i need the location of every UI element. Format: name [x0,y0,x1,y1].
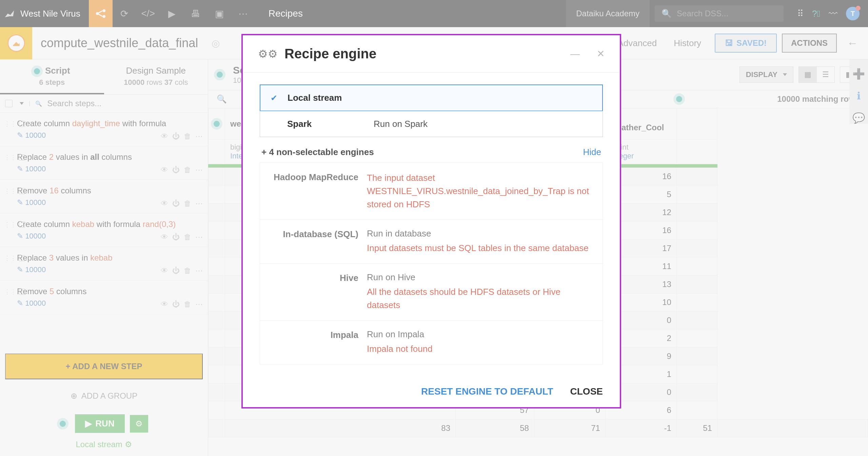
engine-desc: Run on Spark [374,119,428,129]
engine-name: In-database (SQL) [270,228,358,255]
engine-name: Spark [287,119,365,129]
engine-name: Hive [270,272,358,312]
engine-run-label: Run on Hive [367,272,592,283]
engine-name: Impala [270,329,358,356]
engine-option[interactable]: ✔ Local stream [260,84,603,111]
engine-disabled: Hadoop MapReduce The input dataset WESTN… [260,163,603,220]
engine-run-label: Run on Impala [367,329,592,340]
gears-icon: ⚙⚙ [258,48,278,60]
engine-disabled: Impala Run on Impala Impala not found [260,320,603,364]
engine-error: The input dataset WESTNILE_VIRUS.westnil… [367,171,592,211]
minimize-icon[interactable]: — [570,49,580,59]
engine-disabled: Hive Run on Hive All the datasets should… [260,263,603,321]
engine-error: All the datasets should be HDFS datasets… [367,285,592,312]
hide-link[interactable]: Hide [583,147,601,157]
close-button[interactable]: CLOSE [570,386,603,397]
engine-disabled: In-database (SQL) Run in database Input … [260,220,603,264]
engine-option[interactable]: Spark Run on Spark [260,111,603,137]
engine-name: Hadoop MapReduce [270,171,358,211]
check-icon: ✔ [271,93,279,103]
engine-name: Local stream [288,93,366,103]
close-icon[interactable]: ✕ [597,48,605,59]
recipe-engine-modal: ⚙⚙ Recipe engine — ✕ ✔ Local stream Spar… [241,34,621,408]
modal-title: Recipe engine [284,46,376,61]
engine-error: Input datasets must be SQL tables in the… [367,242,592,255]
engine-error: Impala not found [367,342,592,356]
reset-engine-button[interactable]: RESET ENGINE TO DEFAULT [421,386,553,397]
engine-run-label: Run in database [367,228,592,239]
non-selectable-label[interactable]: + 4 non-selectable engines [261,147,374,157]
